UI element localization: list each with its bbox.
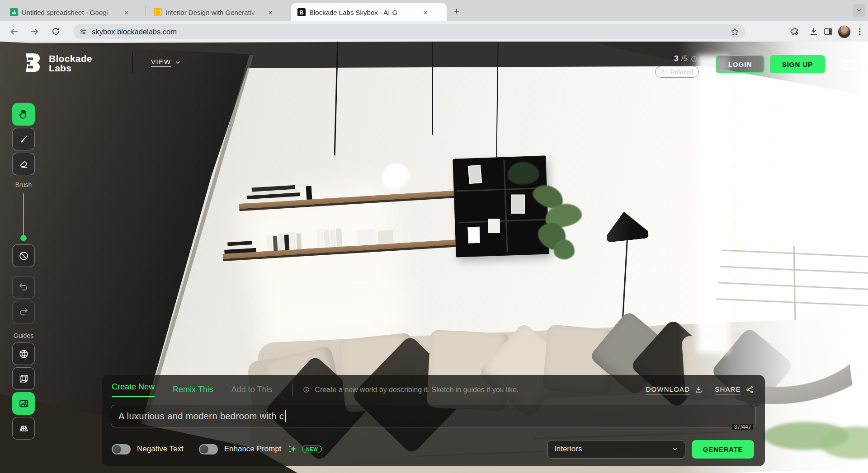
cube-guide-button[interactable]	[12, 367, 35, 390]
close-tab-icon[interactable]: ×	[421, 8, 429, 16]
share-button[interactable]: SHARE	[715, 385, 754, 394]
credits-total: /5	[681, 54, 688, 63]
scene-plant-pot	[488, 219, 500, 233]
reload-icon[interactable]	[48, 24, 63, 39]
prompt-input[interactable]: A luxurious and modern bedroom with c	[111, 405, 756, 427]
tab-title: Untitled spreadsheet - Googl	[22, 9, 119, 16]
browser-tab-strip: Untitled spreadsheet - Googl × Interior …	[0, 0, 868, 21]
scene-plant	[554, 239, 575, 259]
new-tab-button[interactable]: +	[450, 5, 463, 18]
enhance-prompt-label: Enhance Prompt	[224, 445, 282, 454]
tab-add-to-this[interactable]: Add to This	[231, 385, 273, 394]
bookmark-star-icon[interactable]	[730, 27, 740, 37]
blockade-labs-logo[interactable]: Blockade Labs	[23, 52, 92, 74]
skybox-app: Blockade Labs VIEW 3/5 Relaxed LOGIN SIG…	[0, 42, 868, 473]
tab-blockade-labs[interactable]: B Blockade Labs Skybox - AI-G ×	[291, 3, 447, 21]
tab-interior-design[interactable]: Interior Design with Generativ ×	[147, 3, 288, 21]
download-icon	[694, 385, 703, 394]
active-tab-underline	[112, 396, 155, 397]
hint-info-icon	[302, 386, 310, 393]
globe-icon	[18, 348, 29, 360]
close-tab-icon[interactable]: ×	[266, 8, 274, 16]
brush-tool-button[interactable]	[12, 128, 35, 150]
sparkle-icon	[288, 444, 298, 454]
pan-tool-button[interactable]	[12, 103, 35, 126]
text-caret	[285, 410, 286, 422]
google-slides-favicon	[154, 8, 162, 16]
brush-size-label: Brush	[15, 181, 32, 188]
guides-label: Guides	[14, 332, 33, 339]
new-badge: NEW	[302, 445, 322, 453]
hint-separator	[292, 384, 292, 396]
grid-icon	[18, 423, 29, 434]
chevron-down-icon	[671, 445, 679, 453]
scene-box-shelf	[453, 155, 549, 257]
view-label: VIEW	[151, 58, 171, 67]
login-button[interactable]: LOGIN	[716, 55, 764, 73]
relaxed-mode-badge[interactable]: Relaxed	[655, 66, 699, 78]
undo-button[interactable]	[12, 276, 35, 299]
redo-icon	[18, 307, 29, 318]
brush-size-slider[interactable]	[12, 192, 35, 242]
hint-text: Create a new world by describing it. Ske…	[315, 386, 519, 394]
extensions-icon[interactable]	[789, 27, 799, 37]
header-separator	[132, 52, 133, 73]
redo-button[interactable]	[12, 301, 35, 323]
site-header: Blockade Labs VIEW 3/5 Relaxed LOGIN SIG…	[0, 42, 868, 82]
tab-spreadsheet[interactable]: Untitled spreadsheet - Googl ×	[4, 3, 144, 21]
style-controls: Interiors GENERATE	[547, 440, 754, 459]
image-icon	[18, 398, 29, 409]
site-info-icon[interactable]	[79, 28, 87, 36]
style-select[interactable]: Interiors	[547, 440, 685, 459]
image-guide-button[interactable]	[12, 392, 35, 415]
negative-text-toggle[interactable]	[112, 444, 131, 454]
tab-create-new[interactable]: Create New	[112, 382, 155, 397]
tab-overflow-chevron-icon[interactable]	[853, 4, 865, 17]
browser-menu-dots-icon[interactable]	[855, 27, 864, 36]
url-text: skybox.blockadelabs.com	[92, 28, 730, 36]
toolbar-actions	[789, 23, 864, 40]
back-icon[interactable]	[6, 24, 22, 39]
grid-guide-button[interactable]	[12, 417, 35, 440]
toolbar-separator	[804, 27, 804, 36]
brush-icon	[18, 134, 29, 145]
slider-track	[23, 193, 24, 237]
char-counter: 37/447	[732, 424, 753, 430]
blockade-labs-favicon: B	[297, 8, 306, 16]
tab-title: Interior Design with Generativ	[165, 9, 263, 16]
relaxed-label: Relaxed	[670, 68, 693, 75]
hamburger-menu-icon[interactable]	[843, 61, 858, 70]
globe-guide-button[interactable]	[12, 342, 35, 365]
tab-title: Blockade Labs Skybox - AI-G	[309, 9, 418, 16]
scene-curtain	[697, 55, 730, 353]
url-bar[interactable]: skybox.blockadelabs.com	[73, 24, 745, 39]
download-button[interactable]: DOWNLOAD	[646, 385, 703, 394]
screen: Untitled spreadsheet - Googl × Interior …	[0, 0, 868, 473]
enhance-prompt-toggle[interactable]	[199, 444, 218, 454]
cube-icon	[18, 373, 29, 384]
close-tab-icon[interactable]: ×	[123, 8, 131, 16]
undo-icon	[18, 282, 29, 293]
brand-line1: Blockade	[49, 54, 92, 63]
prompt-text: A luxurious and modern bedroom with c	[118, 411, 284, 421]
forward-icon[interactable]	[27, 24, 42, 39]
info-icon[interactable]	[690, 55, 698, 63]
clear-tool-button[interactable]	[12, 244, 35, 267]
downloads-icon[interactable]	[809, 27, 819, 37]
view-menu[interactable]: VIEW	[151, 58, 181, 67]
brand-line2: Labs	[49, 63, 92, 73]
profile-avatar[interactable]	[838, 25, 851, 38]
panel-tab-bar: Create New Remix This Add to This Create…	[112, 382, 754, 397]
eraser-tool-button[interactable]	[12, 153, 35, 175]
chevron-down-icon	[175, 59, 181, 66]
slash-circle-icon	[18, 250, 29, 262]
tab-separator	[146, 6, 146, 15]
generate-button[interactable]: GENERATE	[692, 440, 754, 459]
slider-thumb[interactable]	[20, 235, 27, 241]
share-icon	[745, 385, 754, 394]
side-panel-icon[interactable]	[823, 27, 833, 37]
tab-remix-this[interactable]: Remix This	[173, 385, 213, 394]
style-value: Interiors	[554, 445, 671, 454]
signup-button[interactable]: SIGN UP	[770, 55, 825, 73]
panel-bottom-row: Negative Text Enhance Prompt NEW Interio…	[112, 440, 754, 459]
